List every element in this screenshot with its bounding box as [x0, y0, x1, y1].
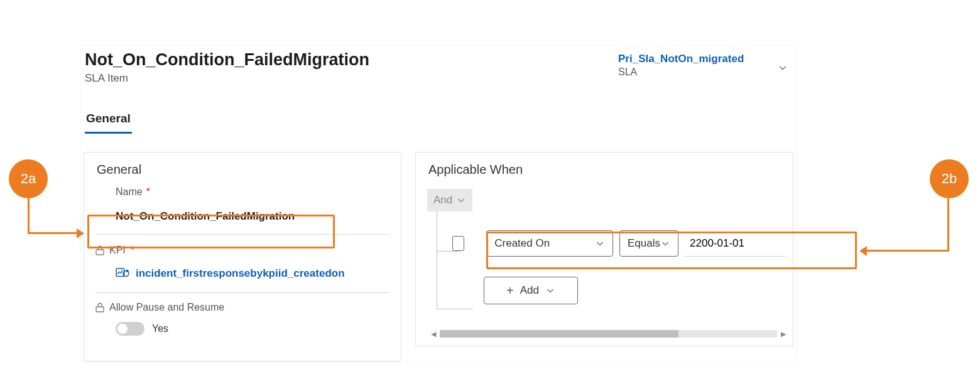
callout-arrow-icon	[859, 246, 867, 256]
callout-connector	[947, 198, 949, 251]
section-applicable-title: Applicable When	[416, 152, 535, 177]
page-title: Not_On_Condition_FailedMigration	[85, 50, 369, 70]
lock-icon	[95, 302, 104, 312]
section-general-title: General	[84, 152, 154, 177]
svg-rect-0	[96, 250, 104, 255]
add-condition-button[interactable]: + Add	[484, 277, 578, 304]
parent-record-label: SLA	[618, 67, 781, 78]
callout-2b: 2b	[930, 159, 969, 198]
kpi-field[interactable]: incident_firstresponsebykpiid_createdon	[95, 256, 389, 293]
svg-rect-4	[96, 307, 104, 312]
chevron-down-icon[interactable]	[778, 63, 788, 75]
plus-icon: +	[506, 284, 514, 298]
group-operator[interactable]: And	[427, 189, 472, 211]
lock-icon	[95, 245, 104, 255]
condition-row: Created On Equals	[452, 230, 785, 257]
condition-value-input[interactable]	[685, 230, 785, 257]
condition-operator-dropdown[interactable]: Equals	[619, 230, 678, 257]
scroll-right-arrow-icon[interactable]: ▶	[781, 330, 786, 338]
callout-connector	[28, 198, 30, 233]
callout-arrow-icon	[77, 228, 84, 238]
section-general: General Name* Not_On_Condition_FailedMig…	[84, 152, 401, 361]
allow-pause-toggle[interactable]	[116, 322, 144, 336]
allow-pause-label-row: Allow Pause and Resume	[95, 293, 389, 313]
chevron-down-icon	[545, 285, 555, 296]
scroll-left-arrow-icon[interactable]: ◀	[431, 330, 436, 338]
condition-field-dropdown[interactable]: Created On	[486, 230, 613, 257]
tab-general[interactable]: General	[85, 112, 132, 134]
chevron-down-icon	[456, 195, 466, 205]
scroll-thumb[interactable]	[440, 330, 678, 338]
name-label: Name*	[95, 186, 389, 198]
callout-2a: 2a	[9, 159, 48, 198]
condition-checkbox[interactable]	[452, 236, 464, 251]
scroll-track[interactable]	[440, 330, 777, 338]
parent-record-link[interactable]: Pri_Sla_NotOn_migrated	[618, 53, 781, 65]
allow-pause-value: Yes	[152, 323, 168, 334]
tabs: General	[85, 112, 132, 134]
horizontal-scrollbar[interactable]: ◀ ▶	[431, 329, 786, 339]
parent-record-block: Pri_Sla_NotOn_migrated SLA	[618, 53, 781, 78]
chevron-down-icon	[595, 238, 605, 248]
required-asterisk: *	[146, 186, 150, 198]
name-field[interactable]: Not_On_Condition_FailedMigration	[95, 198, 389, 235]
kpi-label-row: KPI*	[95, 235, 389, 256]
section-applicable-when: Applicable When And Created On Equals	[415, 152, 793, 346]
allow-pause-toggle-row: Yes	[95, 313, 389, 336]
chevron-down-icon	[660, 238, 670, 248]
callout-connector	[867, 250, 949, 252]
required-asterisk: *	[131, 245, 134, 256]
svg-point-3	[126, 270, 128, 272]
kpi-icon	[116, 267, 129, 280]
callout-connector	[28, 232, 78, 234]
entity-subtitle: SLA Item	[85, 72, 128, 85]
